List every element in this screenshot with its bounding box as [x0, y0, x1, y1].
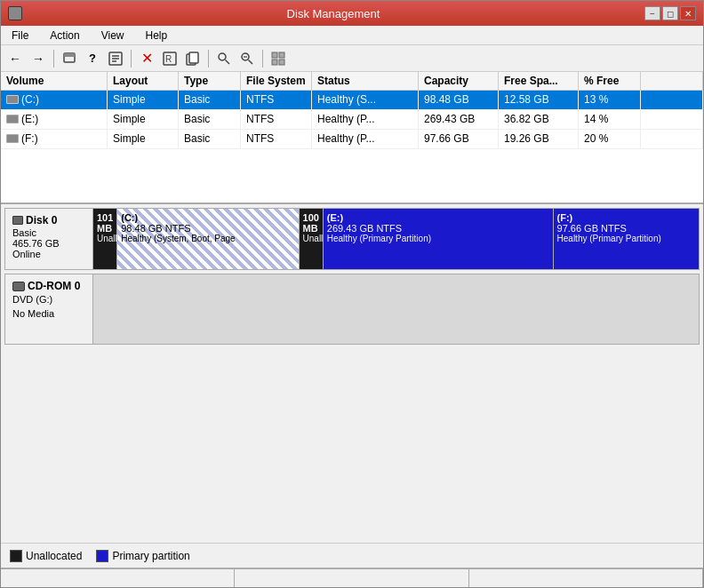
partition-unallocated-2[interactable]: 100 MB Unallocat [300, 209, 324, 269]
cell-volume: (F:) [1, 130, 108, 148]
svg-rect-16 [279, 52, 284, 58]
status-cell-2 [235, 569, 468, 587]
cell-fs: NTFS [241, 110, 312, 129]
close-button[interactable]: ✕ [680, 6, 696, 20]
svg-point-10 [219, 53, 226, 60]
status-cell-1 [1, 569, 235, 587]
cell-freespace: 19.26 GB [499, 130, 579, 148]
toolbar: ← → ? ✕ R [1, 45, 703, 72]
partition-status: Healthy (System, Boot, Page [121, 234, 294, 243]
cell-layout: Simple [108, 91, 179, 109]
title-bar-controls: − ◻ ✕ [644, 6, 696, 20]
menu-action[interactable]: Action [43, 28, 86, 44]
help-button[interactable]: ? [82, 48, 103, 69]
disk-name: CD-ROM 0 [12, 280, 85, 294]
cell-layout: Simple [108, 130, 179, 148]
cell-type: Basic [179, 110, 241, 129]
svg-rect-17 [272, 60, 277, 65]
refresh-button[interactable]: R [159, 48, 180, 69]
volume-table: Volume Layout Type File System Status Ca… [1, 72, 703, 204]
col-header-type[interactable]: Type [179, 72, 241, 90]
toolbar-separator-2 [131, 50, 132, 68]
partition-status: Healthy (Primary Partition) [327, 234, 549, 243]
svg-rect-9 [189, 52, 198, 63]
drive-icon-c: (C:) [6, 93, 39, 106]
cell-status: Healthy (P... [312, 110, 419, 129]
disk-status: Online [12, 249, 85, 259]
col-header-status[interactable]: Status [312, 72, 419, 90]
partition-sub: Unallocat [97, 234, 113, 243]
col-header-fs[interactable]: File System [241, 72, 312, 90]
table-row[interactable]: (C:) Simple Basic NTFS Healthy (S... 98.… [1, 91, 703, 110]
delete-button[interactable]: ✕ [136, 48, 157, 69]
menu-view[interactable]: View [94, 28, 132, 44]
svg-rect-18 [279, 60, 284, 65]
toolbar-separator-1 [53, 50, 54, 68]
up-button[interactable] [59, 48, 80, 69]
cell-status: Healthy (P... [312, 130, 419, 148]
svg-rect-1 [64, 53, 75, 57]
menu-bar: File Action View Help [1, 26, 703, 45]
cell-layout: Simple [108, 110, 179, 129]
cell-fs: NTFS [241, 91, 312, 109]
svg-text:R: R [165, 54, 172, 64]
table-row[interactable]: (E:) Simple Basic NTFS Healthy (P... 269… [1, 110, 703, 130]
svg-rect-15 [272, 52, 277, 58]
disk-name: Disk 0 [12, 214, 85, 227]
disk-map-area: Disk 0 Basic 465.76 GB Online 101 MB Una… [1, 204, 703, 543]
cell-pctfree: 14 % [579, 110, 641, 129]
col-header-layout[interactable]: Layout [108, 72, 179, 90]
back-button[interactable]: ← [4, 48, 26, 69]
cell-pctfree: 13 % [579, 91, 641, 109]
disk-row-0: Disk 0 Basic 465.76 GB Online 101 MB Una… [4, 208, 700, 270]
cell-volume: (E:) [1, 110, 108, 129]
properties-button[interactable] [105, 48, 126, 69]
partition-e[interactable]: (E:) 269.43 GB NTFS Healthy (Primary Par… [324, 209, 554, 269]
search-button[interactable] [213, 48, 235, 69]
window: Disk Management − ◻ ✕ File Action View H… [0, 0, 704, 588]
disk-type: DVD (G:) [12, 294, 85, 305]
restore-button[interactable]: ◻ [662, 6, 678, 20]
minimize-button[interactable]: − [644, 6, 660, 20]
svg-line-13 [249, 60, 253, 64]
col-header-volume[interactable]: Volume [1, 72, 108, 90]
partition-unallocated-1[interactable]: 101 MB Unallocat [93, 209, 117, 269]
menu-file[interactable]: File [4, 28, 36, 44]
legend-primary-label: Primary partition [112, 550, 189, 562]
legend-box-unalloc [10, 550, 22, 562]
disk-row-cdrom: CD-ROM 0 DVD (G:) No Media [4, 274, 700, 345]
partition-drive-letter: (E:) [327, 212, 549, 223]
empty-disk-area [4, 348, 700, 539]
zoom-button[interactable] [236, 48, 258, 69]
disk-partitions-0: 101 MB Unallocat (C:) 98.48 GB NTFS Heal… [93, 208, 700, 270]
legend-bar: Unallocated Primary partition [1, 543, 703, 568]
partition-f[interactable]: (F:) 97.66 GB NTFS Healthy (Primary Part… [554, 209, 699, 269]
cell-capacity: 269.43 GB [419, 110, 499, 129]
disk-label-cdrom: CD-ROM 0 DVD (G:) No Media [4, 274, 93, 345]
partition-c[interactable]: (C:) 98.48 GB NTFS Healthy (System, Boot… [117, 209, 299, 269]
legend-box-primary [96, 550, 108, 562]
copy-button[interactable] [182, 48, 204, 69]
cell-capacity: 97.66 GB [419, 130, 499, 148]
title-bar-icon [8, 6, 22, 20]
table-header: Volume Layout Type File System Status Ca… [1, 72, 703, 91]
col-header-capacity[interactable]: Capacity [419, 72, 499, 90]
cell-pctfree: 20 % [579, 130, 641, 148]
table-row[interactable]: (F:) Simple Basic NTFS Healthy (P... 97.… [1, 130, 703, 149]
partition-size: 98.48 GB NTFS [121, 223, 294, 234]
disk-type: Basic [12, 227, 85, 238]
col-header-pctfree[interactable]: % Free [579, 72, 641, 90]
menu-help[interactable]: Help [139, 28, 175, 44]
cell-status: Healthy (S... [312, 91, 419, 109]
cell-capacity: 98.48 GB [419, 91, 499, 109]
drive-icon-e: (E:) [6, 113, 38, 125]
forward-button[interactable]: → [28, 48, 49, 69]
extra-button[interactable] [268, 48, 289, 69]
cell-freespace: 12.58 GB [499, 91, 579, 109]
col-header-freespace[interactable]: Free Spa... [499, 72, 579, 90]
disk-status: No Media [12, 308, 85, 319]
disk-label-0: Disk 0 Basic 465.76 GB Online [4, 208, 93, 270]
partition-status: Healthy (Primary Partition) [557, 234, 695, 243]
disk-size: 465.76 GB [12, 238, 85, 249]
cell-type: Basic [179, 91, 241, 109]
